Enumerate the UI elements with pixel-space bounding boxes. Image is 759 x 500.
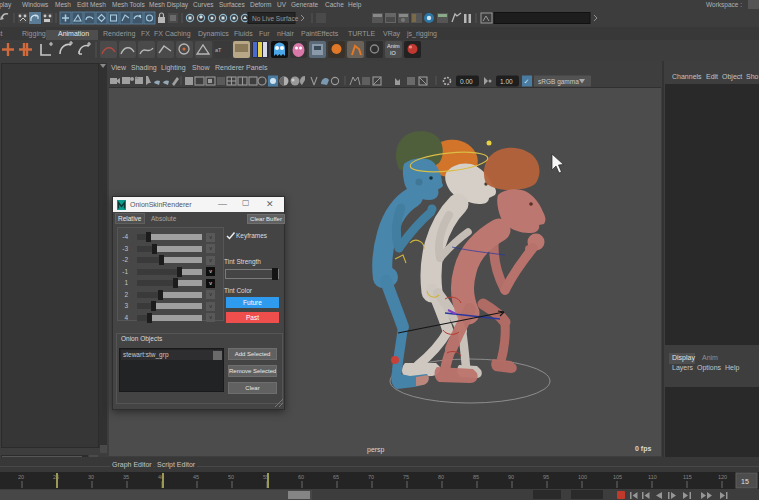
svg-text:100: 100 [578,474,587,480]
svg-text:90: 90 [508,474,514,480]
svg-text:80: 80 [438,474,444,480]
svg-text:70: 70 [368,474,374,480]
svg-text:sRGB gamma: sRGB gamma [538,78,579,86]
svg-text:30: 30 [88,474,94,480]
svg-text:0.00: 0.00 [460,78,473,85]
svg-text:1.00: 1.00 [500,78,513,85]
svg-text:105: 105 [613,474,622,480]
svg-text:115: 115 [683,474,692,480]
svg-text:Anim: Anim [387,43,400,49]
svg-text:120: 120 [718,474,727,480]
svg-text:110: 110 [648,474,657,480]
svg-text:35: 35 [123,474,129,480]
svg-text:50: 50 [228,474,234,480]
svg-text:IO: IO [390,50,397,56]
svg-text:aT: aT [215,47,222,53]
svg-text:60: 60 [298,474,304,480]
svg-text:95: 95 [543,474,549,480]
svg-text:65: 65 [333,474,339,480]
svg-text:45: 45 [193,474,199,480]
svg-text:20: 20 [18,474,24,480]
svg-text:✓: ✓ [524,78,530,85]
svg-text:15: 15 [741,478,749,485]
svg-text:75: 75 [403,474,409,480]
svg-text:85: 85 [473,474,479,480]
svg-text:No Live Surface: No Live Surface [252,15,299,22]
